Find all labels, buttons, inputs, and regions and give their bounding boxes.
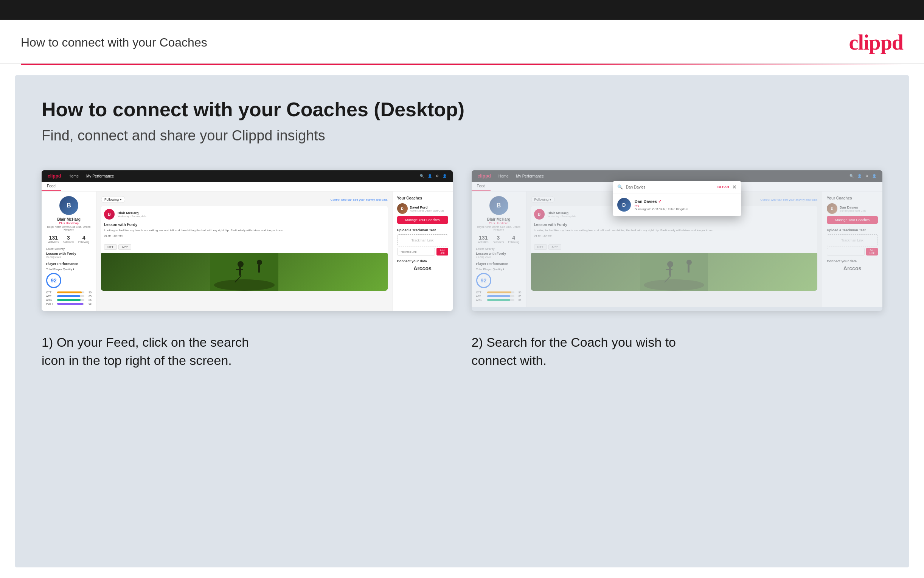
profile-avatar: B	[59, 196, 78, 215]
search-bar: 🔍 Dan Davies CLEAR ✕	[613, 181, 741, 193]
coach-david-info: David Ford Royal North Devon Golf Club	[410, 206, 444, 212]
lesson-coach-avatar: B	[104, 209, 115, 219]
upload-title: Upload a Trackman Test	[397, 228, 448, 232]
right-settings-icon: ⚙	[866, 174, 868, 178]
lesson-text: Looking to feel like my hands are exitin…	[104, 228, 385, 232]
right-feed-tab: Feed	[472, 182, 491, 191]
lesson-coach-info: Blair McHarg Yesterday · Sunningdale	[118, 211, 146, 218]
add-link-row: Add Link	[397, 248, 448, 255]
app-body: B Blair McHarg Plus Handicap Royal North…	[42, 192, 453, 311]
feed-column: Following ▾ Control who can see your act…	[96, 192, 392, 311]
search-query-text[interactable]: Dan Davies	[626, 185, 714, 189]
steps-row: 1) On your Feed, click on the search ico…	[42, 333, 882, 369]
profile-handicap: Plus Handicap	[46, 221, 92, 225]
user-icon[interactable]: 👤	[428, 174, 432, 178]
right-search-icon: 🔍	[850, 174, 854, 178]
svg-point-9	[644, 279, 704, 291]
clear-button[interactable]: CLEAR	[717, 185, 729, 189]
lesson-btn-row: OTT APP	[101, 243, 388, 253]
svg-rect-15	[688, 265, 689, 273]
manage-coaches-button[interactable]: Manage Your Coaches	[397, 216, 448, 224]
profile-club: Royal North Devon Golf Club, United King…	[46, 226, 92, 231]
svg-rect-3	[239, 267, 241, 276]
svg-point-10	[667, 261, 673, 267]
svg-rect-11	[669, 267, 671, 276]
step-1-text: 1) On your Feed, click on the search ico…	[42, 333, 453, 369]
main-title: How to connect with your Coaches (Deskto…	[42, 98, 882, 121]
close-button[interactable]: ✕	[732, 184, 737, 190]
nav-home[interactable]: Home	[68, 174, 79, 178]
coach-david-club: Royal North Devon Golf Club	[410, 209, 444, 212]
svg-point-14	[686, 260, 692, 265]
right-profile-col: B Blair McHarg Plus Handicap Royal North…	[472, 192, 526, 307]
golf-scene-svg	[210, 253, 278, 291]
activity-date: 03 Aug 2022	[46, 255, 92, 258]
result-type: Pro	[635, 204, 688, 208]
feed-tab[interactable]: Feed	[42, 182, 61, 191]
right-avatar-icon: 👤	[872, 174, 876, 178]
nav-icons: 🔍 👤 ⚙ 👤	[420, 174, 447, 178]
right-lesson-img	[531, 253, 818, 291]
app-button[interactable]: APP	[118, 244, 131, 250]
quality-label: Total Player Quality ℹ	[46, 268, 92, 271]
profile-name: Blair McHarg	[46, 217, 92, 221]
lesson-coach-sub: Yesterday · Sunningdale	[118, 215, 146, 218]
score-circle: 92	[46, 273, 61, 288]
stats-row: 131 Activities 3 Followers 4 Following	[46, 235, 92, 244]
lesson-header: B Blair McHarg Yesterday · Sunningdale	[101, 206, 388, 222]
control-link[interactable]: Control who can see your activity and da…	[330, 198, 388, 201]
svg-rect-4	[236, 269, 243, 270]
app-logo-small: clippd	[48, 174, 61, 179]
header: How to connect with your Coaches clippd	[0, 19, 924, 63]
following-row: Following ▾ Control who can see your act…	[101, 196, 388, 203]
performance-section: Player Performance Total Player Quality …	[46, 262, 92, 305]
lesson-card: B Blair McHarg Yesterday · Sunningdale L…	[101, 206, 388, 291]
result-club: Sunningdale Golf Club, United Kingdom	[635, 208, 688, 211]
lesson-duration: 01 hr : 30 min	[104, 234, 385, 237]
nav-my-performance[interactable]: My Performance	[86, 174, 114, 178]
right-coaches-col: Your Coaches D Dan Davies Sunningdale Go…	[822, 192, 882, 307]
main-subtitle: Find, connect and share your Clippd insi…	[42, 128, 882, 144]
coaches-title: Your Coaches	[397, 196, 448, 200]
result-name: Dan Davies	[635, 199, 657, 204]
right-user-icon: 👤	[858, 174, 862, 178]
avatar-icon[interactable]: 👤	[443, 174, 447, 178]
svg-rect-7	[258, 265, 260, 273]
activity-name: Lesson with Fordy	[46, 252, 92, 255]
search-overlay: 🔍 Dan Davies CLEAR ✕ D Dan Davies ✓ Pro …	[613, 181, 741, 216]
bar-ott: OTT 90	[46, 291, 92, 294]
accent-line	[21, 63, 903, 65]
svg-point-2	[238, 261, 244, 267]
following-button[interactable]: Following ▾	[101, 196, 125, 203]
latest-activity-label: Latest Activity	[46, 247, 92, 250]
lesson-title: Lesson with Fordy	[104, 222, 385, 227]
main-content: How to connect with your Coaches (Deskto…	[15, 75, 909, 567]
overlay-search-icon: 🔍	[617, 184, 623, 190]
logo: clippd	[849, 30, 903, 55]
right-nav-home: Home	[498, 174, 509, 178]
coach-david-avatar: D	[397, 203, 408, 214]
lesson-coach-name: Blair McHarg	[118, 211, 146, 215]
add-link-button[interactable]: Add Link	[437, 248, 448, 255]
lesson-content: Lesson with Fordy Looking to feel like m…	[101, 222, 388, 243]
bar-arg: ARG 86	[46, 299, 92, 301]
right-app-logo: clippd	[478, 174, 491, 179]
search-result-item[interactable]: D Dan Davies ✓ Pro Sunningdale Golf Club…	[613, 193, 741, 216]
ott-button[interactable]: OTT	[104, 244, 117, 250]
right-stats-row: 131Activities 3Followers 4Following	[476, 235, 521, 244]
result-info: Dan Davies ✓ Pro Sunningdale Golf Club, …	[635, 199, 688, 211]
bar-putt: PUTT 96	[46, 302, 92, 305]
result-avatar: D	[617, 198, 631, 212]
connect-section: Connect your data Arccos	[397, 259, 448, 271]
stat-activities: 131 Activities	[48, 235, 58, 244]
trackman-link-input[interactable]	[397, 248, 435, 255]
stat-followers: 3 Followers	[63, 235, 74, 244]
verified-icon: ✓	[658, 199, 662, 204]
search-icon[interactable]: 🔍	[420, 174, 424, 178]
svg-point-6	[257, 260, 262, 265]
right-app-nav: clippd Home My Performance 🔍 👤 ⚙ 👤	[472, 170, 883, 182]
connect-title: Connect your data	[397, 259, 448, 263]
settings-icon[interactable]: ⚙	[436, 174, 439, 178]
profile-column: B Blair McHarg Plus Handicap Royal North…	[42, 192, 96, 311]
right-screenshot-panel: clippd Home My Performance 🔍 👤 ⚙ 👤 Feed	[472, 170, 883, 311]
